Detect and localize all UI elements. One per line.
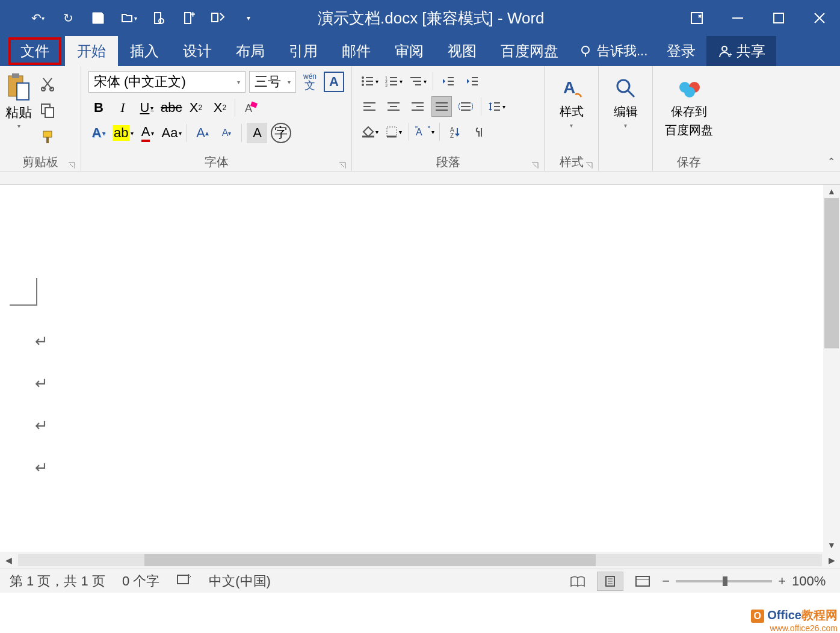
zoom-slider: − + <box>662 573 786 589</box>
line-spacing-button[interactable]: ▾ <box>486 96 507 117</box>
zoom-track[interactable] <box>676 580 772 582</box>
decrease-indent-button[interactable] <box>438 71 459 91</box>
character-shading-button[interactable]: A <box>247 123 267 143</box>
tab-file[interactable]: 文件 <box>8 37 61 65</box>
collapse-ribbon-button[interactable]: ⌃ <box>827 156 835 167</box>
scroll-right-button[interactable]: ▶ <box>823 552 840 569</box>
tab-home[interactable]: 开始 <box>65 36 118 66</box>
close-button[interactable] <box>799 0 840 36</box>
svg-rect-12 <box>17 83 29 100</box>
ruler[interactable] <box>0 171 840 185</box>
hscroll-track[interactable] <box>18 554 822 566</box>
text-effects-button[interactable]: A▾ <box>88 123 109 143</box>
borders-button[interactable]: ▾ <box>383 122 404 142</box>
open-button[interactable]: ▾ <box>119 9 137 27</box>
new-button[interactable]: + <box>179 9 197 27</box>
tab-view[interactable]: 视图 <box>436 36 489 66</box>
minimize-button[interactable] <box>717 0 758 36</box>
zoom-out-button[interactable]: − <box>662 573 670 589</box>
show-marks-button[interactable] <box>469 122 489 142</box>
grow-font-button[interactable]: A▴ <box>192 123 212 143</box>
share-button[interactable]: + 共享 <box>706 36 776 66</box>
scroll-left-button[interactable]: ◀ <box>0 552 17 569</box>
font-size-combo[interactable]: 三号▾ <box>249 71 296 93</box>
tab-insert[interactable]: 插入 <box>118 36 171 66</box>
qat-customize-button[interactable]: ▾ <box>239 9 258 27</box>
asian-layout-button[interactable]: A▾ <box>414 122 434 142</box>
multilevel-list-button[interactable]: ▾ <box>407 71 428 91</box>
paragraph-launcher[interactable] <box>531 159 540 168</box>
align-right-button[interactable] <box>407 96 428 117</box>
tab-layout[interactable]: 布局 <box>224 36 277 66</box>
font-name-combo[interactable]: 宋体 (中文正文)▾ <box>88 71 246 93</box>
read-mode-button[interactable] <box>564 572 591 591</box>
print-layout-button[interactable] <box>597 572 623 591</box>
align-center-button[interactable] <box>383 96 404 117</box>
save-to-baidu-button[interactable]: 保存到 百度网盘 <box>658 70 720 138</box>
zoom-level[interactable]: 100% <box>792 573 834 589</box>
undo-button[interactable]: ↶▾ <box>29 9 47 27</box>
distributed-button[interactable] <box>456 96 476 117</box>
word-count[interactable]: 0 个字 <box>122 572 159 590</box>
superscript-button[interactable]: X2 <box>209 97 230 118</box>
tab-references[interactable]: 引用 <box>277 36 330 66</box>
phonetic-guide-button[interactable]: wén文 <box>300 72 320 92</box>
cut-button[interactable] <box>37 73 58 94</box>
save-button[interactable] <box>89 9 107 27</box>
svg-text:+: + <box>191 11 195 19</box>
scroll-up-button[interactable]: ▲ <box>823 185 840 198</box>
numbering-button[interactable]: 123▾ <box>383 71 404 91</box>
login-button[interactable]: 登录 <box>656 36 706 66</box>
paste-button[interactable]: 粘贴 ▾ <box>5 70 32 129</box>
tab-review[interactable]: 审阅 <box>383 36 436 66</box>
strikethrough-button[interactable]: abc <box>161 97 182 118</box>
styles-launcher[interactable] <box>585 159 594 168</box>
vscroll-track[interactable] <box>823 198 840 539</box>
status-bar: 第 1 页，共 1 页 0 个字 中文(中国) − + 100% <box>0 569 840 593</box>
clear-formatting-button[interactable]: A <box>240 97 261 118</box>
change-case-button[interactable]: Aa▾ <box>161 123 182 143</box>
web-layout-button[interactable] <box>629 572 656 591</box>
print-preview-button[interactable] <box>149 9 167 27</box>
italic-button[interactable]: I <box>113 97 133 118</box>
document-area[interactable]: ↵ ↵ ↵ ↵ ▲ ▼ <box>0 185 840 552</box>
character-border-button[interactable]: A <box>324 72 344 92</box>
enclose-characters-button[interactable]: 字 <box>271 123 291 143</box>
align-left-button[interactable] <box>359 96 380 117</box>
subscript-button[interactable]: X2 <box>185 97 206 118</box>
font-color-button[interactable]: A▾ <box>137 123 158 143</box>
shrink-font-button[interactable]: A▾ <box>216 123 236 143</box>
tab-design[interactable]: 设计 <box>171 36 224 66</box>
language-status[interactable]: 中文(中国) <box>209 572 271 590</box>
spellcheck-icon[interactable] <box>176 573 192 590</box>
shading-button[interactable]: ▾ <box>359 122 380 142</box>
font-launcher[interactable] <box>338 159 348 168</box>
styles-button[interactable]: A 样式 ▾ <box>549 70 593 129</box>
highlight-button[interactable]: ab▾ <box>113 123 134 143</box>
svg-text:+: + <box>728 51 732 58</box>
zoom-knob[interactable] <box>723 576 727 586</box>
bullets-button[interactable]: ▾ <box>359 71 380 91</box>
format-painter-button[interactable] <box>37 126 58 147</box>
repeat-button[interactable]: ↻ <box>59 9 77 27</box>
clipboard-launcher[interactable] <box>67 159 77 168</box>
maximize-button[interactable] <box>758 0 799 36</box>
underline-button[interactable]: U▾ <box>137 97 157 118</box>
paragraph-mark: ↵ <box>35 374 48 393</box>
copy-button[interactable] <box>37 100 58 120</box>
edit-button[interactable]: 编辑 ▾ <box>604 70 647 129</box>
zoom-in-button[interactable]: + <box>778 573 786 589</box>
tab-mail[interactable]: 邮件 <box>330 36 383 66</box>
tell-me-search[interactable]: 告诉我... <box>570 36 656 66</box>
bold-button[interactable]: B <box>88 97 109 118</box>
sort-button[interactable]: AZ <box>445 122 465 142</box>
increase-indent-button[interactable] <box>462 71 483 91</box>
vscroll-thumb[interactable] <box>824 198 839 348</box>
touch-mode-button[interactable] <box>209 9 227 27</box>
scroll-down-button[interactable]: ▼ <box>823 539 840 552</box>
page-status[interactable]: 第 1 页，共 1 页 <box>10 572 105 590</box>
tab-baidu[interactable]: 百度网盘 <box>489 36 570 66</box>
justify-button[interactable] <box>431 96 452 117</box>
ribbon-display-button[interactable] <box>676 0 717 36</box>
hscroll-thumb[interactable] <box>144 554 596 566</box>
